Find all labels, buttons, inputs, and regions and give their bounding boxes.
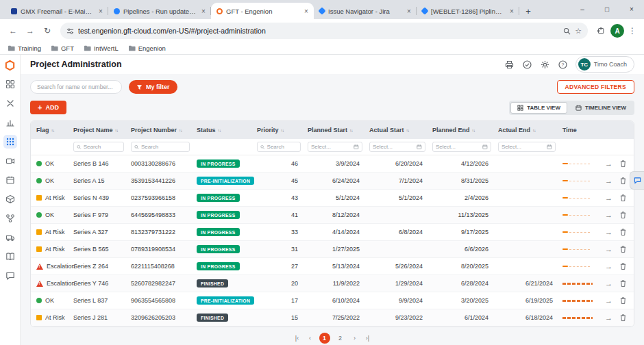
bookmark-training[interactable]: Training <box>8 44 41 52</box>
sort-icon[interactable]: ↑↓ <box>349 128 353 133</box>
sidebar-item-dashboard[interactable] <box>3 77 17 91</box>
column-header-status[interactable]: Status↑↓ <box>197 127 257 133</box>
project-number-filter[interactable] <box>131 142 190 152</box>
bookmark-engenion[interactable]: Engenion <box>129 44 166 52</box>
sort-icon[interactable]: ↑↓ <box>532 128 536 133</box>
table-row[interactable]: OK Series B 146 0003130288676 IN PROGRES… <box>31 155 634 172</box>
project-name-filter[interactable] <box>73 142 124 152</box>
column-header-priority[interactable]: Priority↑↓ <box>257 127 308 133</box>
sort-icon[interactable]: ↑↓ <box>115 128 119 133</box>
table-row[interactable]: At Risk Series N 439 0237593966158 IN PR… <box>31 190 634 207</box>
delete-row-icon[interactable] <box>619 262 627 270</box>
check-circle-icon[interactable] <box>522 60 532 70</box>
back-button[interactable]: ← <box>5 23 21 38</box>
site-settings-icon[interactable] <box>66 27 74 35</box>
open-row-icon[interactable]: → <box>605 246 612 253</box>
tab-gmx[interactable]: GMX Freemail - E-Mail made in ... × <box>5 3 108 19</box>
delete-row-icon[interactable] <box>619 194 627 202</box>
open-row-icon[interactable]: → <box>605 177 612 185</box>
feedback-widget[interactable] <box>630 171 644 190</box>
sidebar-item-tools[interactable] <box>3 97 17 110</box>
sidebar-item-network[interactable] <box>3 212 17 225</box>
tab-close-icon[interactable]: × <box>508 8 516 15</box>
page-2-button[interactable]: 2 <box>335 333 346 344</box>
next-page-button[interactable]: › <box>351 335 359 342</box>
tab-close-icon[interactable]: × <box>199 8 208 15</box>
column-header-flag[interactable]: Flag↑↓ <box>36 127 73 133</box>
column-header-planned-start[interactable]: Planned Start↑↓ <box>308 127 369 133</box>
extensions-icon[interactable] <box>593 23 608 38</box>
delete-row-icon[interactable] <box>619 177 627 185</box>
planned-start-filter[interactable] <box>308 142 362 152</box>
tab-gft-engenion[interactable]: GFT - Engenion × <box>211 3 314 19</box>
tab-close-icon[interactable]: × <box>302 8 310 15</box>
delete-row-icon[interactable] <box>619 296 627 305</box>
sidebar-item-logistics[interactable] <box>3 231 17 244</box>
first-page-button[interactable]: |‹ <box>293 335 301 342</box>
open-row-icon[interactable]: → <box>605 212 612 219</box>
actual-end-filter[interactable] <box>498 142 556 152</box>
print-icon[interactable] <box>504 60 515 70</box>
url-text[interactable]: test.engenion.gft-cloud.com/en-US/#/proj… <box>78 27 559 35</box>
last-page-button[interactable]: ›| <box>364 335 372 342</box>
sort-icon[interactable]: ↑↓ <box>218 128 221 133</box>
open-row-icon[interactable]: → <box>605 229 612 236</box>
table-row[interactable]: OK Series L 837 9063554565808 PRE-INITIA… <box>31 292 634 309</box>
reload-button[interactable]: ↻ <box>40 23 55 38</box>
tab-jira-navigator[interactable]: Issue Navigator - Jira × <box>314 3 417 19</box>
open-row-icon[interactable]: → <box>605 263 612 270</box>
sidebar-item-package[interactable] <box>3 192 17 206</box>
table-row[interactable]: OK Series A 15 3539153441226 PRE-INITIAL… <box>31 172 634 190</box>
open-row-icon[interactable]: → <box>605 280 612 288</box>
tab-jira-issue[interactable]: [WEBLET-1286] Piplines not wo... × <box>417 3 519 19</box>
new-tab-button[interactable]: + <box>519 3 537 19</box>
sort-icon[interactable]: ↑↓ <box>51 128 55 133</box>
advanced-filters-button[interactable]: ADVANCED FILTERS <box>557 80 634 94</box>
sort-icon[interactable]: ↑↓ <box>472 128 475 133</box>
user-menu[interactable]: TC Timo Coach <box>575 56 634 73</box>
table-row[interactable]: At Risk Series A 327 8132379731222 IN PR… <box>31 224 634 241</box>
add-button[interactable]: + ADD <box>30 101 66 114</box>
my-filter-button[interactable]: My filter <box>129 80 177 94</box>
sidebar-item-calendar[interactable] <box>3 173 17 187</box>
timeline-view-button[interactable]: TIMELINE VIEW <box>569 102 633 114</box>
sort-icon[interactable]: ↑↓ <box>406 128 410 133</box>
bookmark-star-icon[interactable]: ☆ <box>575 27 582 36</box>
settings-gear-icon[interactable] <box>540 60 550 70</box>
delete-row-icon[interactable] <box>619 314 627 322</box>
bookmark-gft[interactable]: GFT <box>51 44 74 52</box>
open-row-icon[interactable]: → <box>605 297 612 305</box>
tab-pipelines[interactable]: Pipelines - Run update test × <box>108 3 211 19</box>
column-header-planned-end[interactable]: Planned End↑↓ <box>432 127 498 133</box>
column-header-actual-start[interactable]: Actual Start↑↓ <box>369 127 432 133</box>
actual-start-filter[interactable] <box>369 142 425 152</box>
sort-icon[interactable]: ↑↓ <box>179 128 182 133</box>
sort-icon[interactable]: ↑↓ <box>281 128 284 133</box>
open-row-icon[interactable]: → <box>605 314 612 322</box>
minimize-button[interactable]: – <box>570 0 595 19</box>
table-row[interactable]: At Risk Series B 565 0789319908534 IN PR… <box>31 241 634 258</box>
table-row[interactable]: At Risk Series J 281 3209626205203 FINIS… <box>31 309 634 327</box>
column-header-actual-end[interactable]: Actual End↑↓ <box>498 127 562 133</box>
sidebar-item-apps[interactable] <box>3 135 17 149</box>
close-button[interactable]: × <box>619 0 644 19</box>
browser-menu-icon[interactable]: ⋮ <box>626 26 639 36</box>
prev-page-button[interactable]: ‹ <box>306 335 314 342</box>
delete-row-icon[interactable] <box>619 279 627 288</box>
open-row-icon[interactable]: → <box>605 194 612 202</box>
page-1-button[interactable]: 1 <box>319 333 330 344</box>
profile-avatar[interactable]: A <box>610 24 624 38</box>
open-row-icon[interactable]: → <box>605 160 612 168</box>
sidebar-item-media[interactable] <box>3 154 17 168</box>
search-input[interactable] <box>30 80 122 94</box>
sidebar-item-docs[interactable] <box>3 250 17 264</box>
forward-button[interactable]: → <box>23 23 38 38</box>
tab-close-icon[interactable]: × <box>405 8 413 15</box>
tab-close-icon[interactable]: × <box>97 8 105 15</box>
sidebar-item-chart[interactable] <box>3 116 17 129</box>
delete-row-icon[interactable] <box>619 245 627 253</box>
planned-end-filter[interactable] <box>432 142 491 152</box>
table-view-button[interactable]: TABLE VIEW <box>510 102 567 114</box>
column-header-project-name[interactable]: Project Name↑↓ <box>73 127 131 133</box>
table-row[interactable]: Escalation Series Z 264 6221115408268 IN… <box>31 258 634 275</box>
